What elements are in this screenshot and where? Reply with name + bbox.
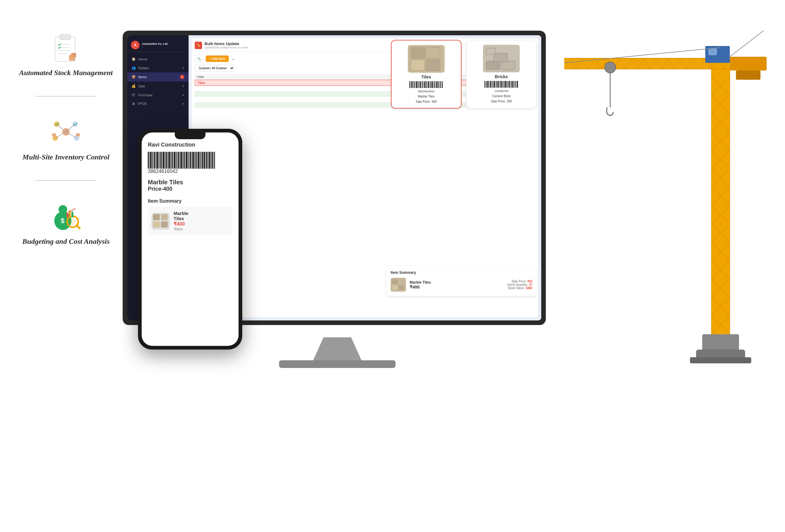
svg-rect-40 <box>415 81 415 88</box>
bricks-barcode <box>484 81 518 88</box>
svg-rect-8 <box>70 54 75 58</box>
svg-rect-122 <box>177 152 178 169</box>
svg-rect-124 <box>180 152 180 169</box>
feature-budgeting-label: Budgeting and Cost Analysis <box>22 237 109 246</box>
bulk-title: Bulk Items Update <box>205 42 249 46</box>
phone-notch <box>175 132 205 139</box>
svg-line-222 <box>730 31 763 57</box>
sidebar-item-sale[interactable]: 💰 Sale ∨ <box>127 81 188 91</box>
product-card-bricks[interactable]: Bricks <box>466 40 537 108</box>
svg-rect-117 <box>171 152 171 169</box>
sidebar-item-vpos[interactable]: 🖥 VPOS ∨ <box>127 99 188 108</box>
product-card-tiles[interactable]: Tiles <box>391 40 461 108</box>
bulk-subtitle: Update/Edit multiple items at a time. <box>205 46 249 49</box>
svg-rect-155 <box>711 61 730 337</box>
svg-rect-139 <box>200 152 201 169</box>
svg-rect-65 <box>501 61 515 70</box>
sale-label: Sale <box>138 84 145 88</box>
svg-rect-109 <box>160 152 160 169</box>
svg-rect-70 <box>487 81 487 88</box>
parties-icon: 👥 <box>131 66 136 70</box>
svg-rect-85 <box>505 81 506 88</box>
svg-line-14 <box>57 124 66 132</box>
phone-summary-title: Item Summary <box>148 198 232 204</box>
svg-rect-142 <box>204 152 205 169</box>
svg-rect-153 <box>153 221 160 228</box>
phone-barcode-num: 38624616042 <box>148 169 178 174</box>
company-name: Automotive Co. Ltd. <box>142 42 168 45</box>
phone-screen: Ravi Construction <box>142 132 238 346</box>
phone-barcode-section: 38624616042 <box>148 152 232 176</box>
sidebar-item-purchase[interactable]: 🛒 Purchase ∨ <box>127 91 188 99</box>
sidebar-item-parties[interactable]: 👥 Parties ∨ <box>127 64 188 72</box>
svg-rect-83 <box>503 81 503 88</box>
svg-rect-141 <box>202 152 203 169</box>
svg-rect-132 <box>190 152 191 169</box>
money-icon: $ <box>49 199 83 233</box>
svg-line-25 <box>77 225 80 228</box>
tiles-card-title: Tiles <box>421 75 431 79</box>
svg-rect-91 <box>512 81 513 88</box>
svg-rect-127 <box>184 152 185 169</box>
home-icon: 🏠 <box>131 57 136 61</box>
godown-select-input[interactable]: Godown: All Godowns <box>195 65 234 72</box>
svg-rect-63 <box>442 81 443 88</box>
add-item-button[interactable]: + Add Item <box>206 55 229 62</box>
sale-icon: 💰 <box>131 84 136 88</box>
dropdown-icon[interactable]: ⌄ <box>231 56 235 61</box>
phone-original-price: ₹500 <box>174 227 188 231</box>
svg-rect-57 <box>435 81 436 88</box>
svg-rect-93 <box>515 81 515 88</box>
sale-price-row: Sale Price: 400 <box>507 280 532 283</box>
svg-rect-82 <box>501 81 502 88</box>
svg-rect-61 <box>440 81 441 88</box>
svg-rect-119 <box>173 152 174 169</box>
sale-price-value: 400 <box>527 280 532 283</box>
svg-rect-64 <box>486 61 500 70</box>
svg-rect-102 <box>150 152 151 169</box>
svg-rect-128 <box>185 152 186 169</box>
vpos-icon: 🖥 <box>131 102 135 105</box>
clipboard-icon <box>49 31 83 65</box>
svg-rect-116 <box>169 152 170 169</box>
sale-chevron: ∨ <box>182 85 184 88</box>
svg-rect-110 <box>161 152 161 169</box>
svg-rect-76 <box>494 81 495 88</box>
search-box[interactable]: 🔍 <box>195 55 203 62</box>
features-panel: Automated Stock Management <box>18 31 113 247</box>
svg-rect-115 <box>168 152 168 169</box>
svg-rect-29 <box>411 48 425 58</box>
sale-price-label: Sale Price: <box>511 280 526 283</box>
svg-rect-125 <box>181 152 182 169</box>
sidebar-item-home[interactable]: 🏠 Home <box>127 55 188 64</box>
bulk-icon: ✏️ <box>195 42 202 49</box>
svg-rect-149 <box>213 152 214 169</box>
feature-inventory-label: Multi-Site Inventory Control <box>22 152 109 162</box>
svg-rect-108 <box>158 152 159 169</box>
svg-rect-140 <box>201 152 202 169</box>
svg-rect-56 <box>434 81 435 88</box>
bricks-product-name: Cement Brick <box>492 95 511 98</box>
svg-rect-118 <box>172 152 173 169</box>
home-label: Home <box>138 57 147 61</box>
vpos-chevron: ∨ <box>182 102 184 105</box>
svg-rect-143 <box>205 152 206 169</box>
svg-rect-103 <box>152 152 153 169</box>
svg-rect-104 <box>153 152 154 169</box>
svg-rect-43 <box>419 81 419 88</box>
svg-rect-49 <box>426 81 427 88</box>
svg-rect-71 <box>488 81 489 88</box>
svg-rect-227 <box>736 71 760 80</box>
svg-rect-41 <box>416 81 417 88</box>
svg-rect-123 <box>178 152 179 169</box>
tiles-barcode-num: 38624616042 <box>417 90 434 93</box>
svg-rect-68 <box>484 81 485 88</box>
svg-rect-105 <box>154 152 155 169</box>
phone-barcode-svg <box>148 152 215 169</box>
stock-qty-label: Stock Quantity: <box>507 283 528 286</box>
purchase-icon: 🛒 <box>131 93 136 97</box>
svg-rect-87 <box>508 81 508 88</box>
stock-value-value: 1880 <box>526 286 532 290</box>
svg-rect-55 <box>433 81 434 88</box>
sidebar-item-items[interactable]: 📦 Items + <box>127 72 188 81</box>
